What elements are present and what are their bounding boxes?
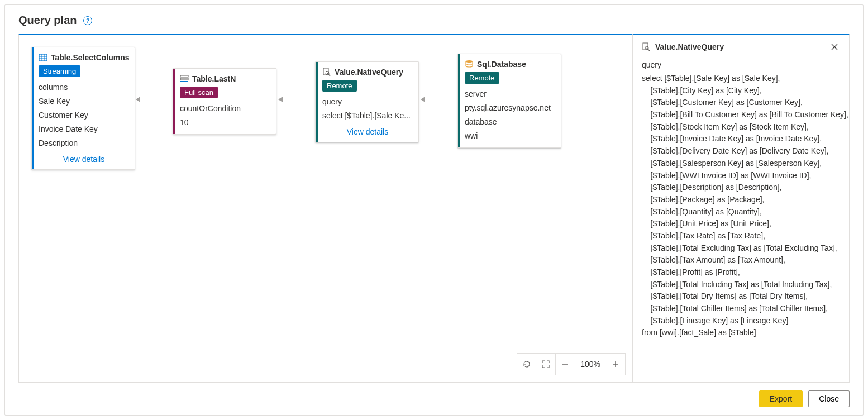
node-value-nativequery[interactable]: Value.NativeQuery Remote query select [$… — [315, 61, 419, 142]
node-table-selectcolumns[interactable]: Table.SelectColumns Streaming columns Sa… — [31, 47, 135, 170]
node-header: Table.LastN — [173, 69, 276, 87]
svg-rect-6 — [180, 78, 188, 80]
view-details-link[interactable]: View details — [39, 151, 129, 164]
badge-fullscan: Full scan — [180, 87, 218, 98]
arrow-connector — [136, 99, 164, 99]
svg-rect-5 — [180, 75, 188, 77]
node-header: Value.NativeQuery — [316, 62, 418, 80]
node-title: Value.NativeQuery — [335, 68, 403, 77]
details-label: query — [642, 60, 840, 69]
node-sql-database[interactable]: Sql.Database Remote server pty.sql.azure… — [457, 54, 561, 148]
close-details-button[interactable] — [829, 41, 840, 52]
badge-remote: Remote — [322, 80, 357, 92]
node-title: Table.SelectColumns — [51, 53, 130, 62]
close-button[interactable]: Close — [808, 390, 850, 407]
node-row: Customer Key — [39, 109, 129, 121]
zoom-level: 100% — [575, 360, 606, 369]
node-row: countOrCondition — [180, 103, 270, 114]
node-row: select [$Table].[Sale Ke... — [322, 110, 413, 122]
table-icon — [39, 53, 47, 62]
plan-canvas[interactable]: Table.SelectColumns Streaming columns Sa… — [18, 34, 633, 383]
node-row: wwi — [465, 130, 555, 142]
details-panel: Value.NativeQuery query select [$Table].… — [633, 34, 850, 383]
rows-icon — [180, 74, 189, 83]
dialog-header: Query plan ? — [5, 5, 863, 34]
node-header: Sql.Database — [458, 54, 561, 72]
zoom-toolbar: 100% — [517, 353, 626, 375]
page-title: Query plan — [18, 14, 77, 27]
svg-point-10 — [466, 60, 473, 63]
help-icon[interactable]: ? — [83, 16, 92, 25]
export-button[interactable]: Export — [759, 390, 803, 407]
node-row: 10 — [180, 117, 270, 128]
node-header: Table.SelectColumns — [32, 47, 135, 65]
node-row: server — [465, 88, 555, 100]
query-plan-dialog: Query plan ? Table.SelectColumns Streami… — [4, 4, 864, 416]
node-title: Sql.Database — [477, 60, 526, 69]
zoom-out-button[interactable] — [556, 354, 575, 375]
node-body: Full scan countOrCondition 10 — [173, 87, 276, 134]
sql-query-text: select [$Table].[Sale Key] as [Sale Key]… — [642, 73, 840, 339]
svg-rect-7 — [180, 81, 188, 82]
node-accent — [458, 54, 460, 147]
database-icon — [465, 60, 474, 69]
node-body: Remote query select [$Table].[Sale Ke...… — [316, 80, 418, 142]
query-icon — [642, 42, 651, 51]
details-header: Value.NativeQuery — [642, 41, 840, 52]
node-table-lastn[interactable]: Table.LastN Full scan countOrCondition 1… — [173, 68, 276, 135]
badge-remote: Remote — [465, 72, 499, 84]
query-icon — [322, 68, 331, 77]
fit-to-screen-button[interactable] — [536, 354, 555, 375]
dialog-footer: Export Close — [5, 383, 863, 415]
reset-view-button[interactable] — [517, 354, 536, 375]
node-row: Sale Key — [39, 96, 129, 107]
arrow-connector — [279, 99, 307, 99]
details-title: Value.NativeQuery — [655, 42, 824, 51]
arrow-connector — [421, 99, 449, 99]
node-body: Streaming columns Sale Key Customer Key … — [32, 65, 135, 169]
zoom-in-button[interactable] — [606, 354, 625, 375]
node-row: database — [465, 116, 555, 128]
svg-rect-0 — [39, 54, 47, 61]
node-title: Table.LastN — [192, 74, 236, 83]
view-details-link[interactable]: View details — [322, 124, 413, 136]
badge-streaming: Streaming — [39, 65, 80, 77]
node-accent — [32, 47, 34, 169]
node-row: columns — [39, 82, 129, 93]
node-row: query — [322, 96, 413, 108]
node-row: Invoice Date Key — [39, 123, 129, 135]
node-accent — [173, 69, 175, 134]
node-body: Remote server pty.sql.azuresynapse.net d… — [458, 72, 561, 147]
node-row: Description — [39, 137, 129, 149]
node-accent — [316, 62, 318, 142]
node-row: pty.sql.azuresynapse.net — [465, 102, 555, 114]
main-content: Table.SelectColumns Streaming columns Sa… — [5, 34, 863, 383]
